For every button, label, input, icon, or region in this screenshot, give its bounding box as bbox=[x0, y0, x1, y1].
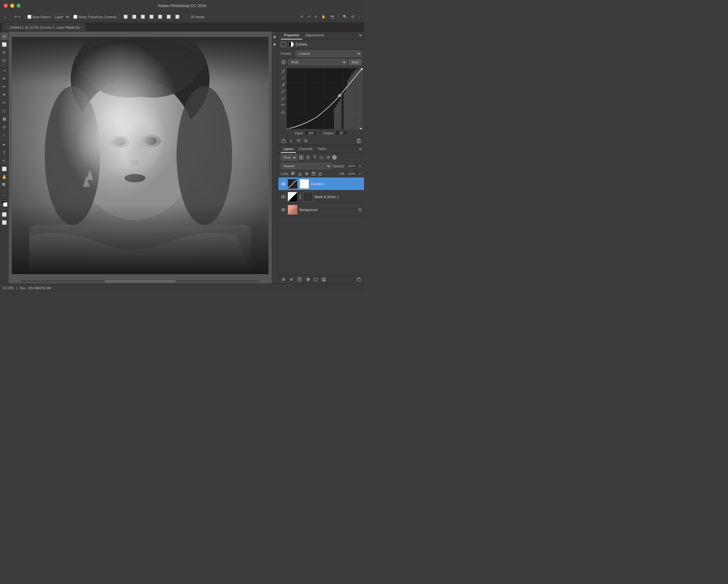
curves-svg[interactable] bbox=[286, 68, 363, 129]
filter-type-icon[interactable]: T bbox=[312, 155, 317, 160]
eraser-tool[interactable]: ◻ bbox=[1, 107, 8, 114]
curve-pencil-tool[interactable] bbox=[280, 96, 286, 101]
maximize-button[interactable] bbox=[17, 4, 21, 8]
gradient-tool[interactable]: ▦ bbox=[1, 115, 8, 122]
tab-layers[interactable]: Layers bbox=[281, 145, 296, 153]
filter-smart-icon[interactable] bbox=[326, 155, 331, 160]
align-bottom-button[interactable]: ⬜ bbox=[165, 14, 173, 20]
layer-visibility-bg[interactable] bbox=[281, 207, 286, 212]
lock-artboard-button[interactable] bbox=[311, 171, 316, 176]
align-top-button[interactable]: ⬜ bbox=[148, 14, 155, 20]
search-button[interactable]: 🔍 bbox=[341, 14, 348, 20]
auto-button[interactable]: Auto bbox=[349, 59, 362, 65]
zoom-tool[interactable]: 🔍 bbox=[1, 181, 8, 188]
transform-controls-checkbox[interactable]: Show Transform Controls bbox=[73, 15, 117, 19]
brush-tool[interactable]: ✏ bbox=[1, 83, 8, 90]
curve-alert-tool[interactable] bbox=[280, 109, 286, 115]
filter-adjustment-icon[interactable] bbox=[305, 155, 311, 160]
clip-to-layer-icon[interactable] bbox=[281, 138, 286, 144]
filter-circle-button[interactable] bbox=[332, 155, 337, 159]
layer-visibility-curves1[interactable] bbox=[281, 181, 286, 186]
target-adjust-icon[interactable] bbox=[281, 59, 286, 65]
rotate-button[interactable]: ↺ bbox=[299, 14, 305, 20]
blend-mode-select[interactable]: Normal bbox=[281, 163, 331, 169]
properties-menu-button[interactable]: ≡ bbox=[359, 33, 362, 38]
eyedropper-black-tool[interactable] bbox=[280, 68, 286, 74]
reset-icon[interactable] bbox=[296, 138, 301, 144]
path-select-tool[interactable]: ↖ bbox=[1, 157, 8, 164]
clone-tool[interactable]: ✦ bbox=[1, 91, 8, 98]
tab-close-button[interactable]: × bbox=[6, 26, 8, 29]
type-tool[interactable]: T bbox=[1, 149, 8, 156]
delete-layer-icon[interactable] bbox=[356, 277, 362, 282]
color-swatches[interactable] bbox=[1, 201, 7, 207]
auto-select-input[interactable] bbox=[27, 15, 31, 19]
document-tab[interactable]: × Untitled-1 @ 33.3% (Curves 1, Layer Ma… bbox=[2, 23, 85, 31]
new-group-icon[interactable] bbox=[313, 277, 318, 282]
align-right-button[interactable]: ⬜ bbox=[139, 14, 147, 20]
minimize-button[interactable] bbox=[10, 4, 14, 8]
shape-tool[interactable]: ⬜ bbox=[1, 165, 8, 173]
curve-smooth-tool[interactable] bbox=[280, 102, 286, 108]
workspace-button[interactable]: ⊡ bbox=[350, 14, 356, 20]
crop-tool[interactable]: ⊡ bbox=[1, 57, 8, 64]
filter-shape-icon[interactable] bbox=[319, 155, 324, 160]
output-value[interactable] bbox=[335, 131, 348, 135]
blur-tool[interactable]: ◎ bbox=[1, 123, 8, 130]
lock-transparent-button[interactable] bbox=[291, 171, 296, 176]
link-layers-icon[interactable] bbox=[281, 277, 286, 282]
channel-select[interactable]: RGB bbox=[288, 59, 347, 65]
dodge-tool[interactable]: ☼ bbox=[1, 131, 8, 138]
eyedropper-gray-tool[interactable] bbox=[280, 75, 286, 81]
scrollbar-thumb[interactable] bbox=[104, 280, 176, 282]
tab-paths[interactable]: Paths bbox=[315, 145, 329, 153]
lock-image-button[interactable] bbox=[297, 171, 303, 176]
layer-select[interactable]: Layer bbox=[52, 14, 70, 20]
heal-tool[interactable]: ✦ bbox=[1, 75, 8, 82]
add-layer-mask-icon[interactable] bbox=[297, 277, 303, 282]
distribute-button[interactable]: ⬜ bbox=[174, 14, 181, 20]
camera-button[interactable]: 📷 bbox=[329, 14, 336, 20]
kind-select[interactable]: Kind bbox=[281, 154, 297, 160]
hand-button[interactable]: ✋ bbox=[320, 14, 327, 20]
marquee-tool[interactable]: ⬜ bbox=[1, 41, 8, 48]
transform-controls-input[interactable] bbox=[73, 15, 77, 19]
move-tool[interactable]: ✛ bbox=[1, 33, 8, 40]
undo-button[interactable]: ↶ bbox=[306, 14, 312, 20]
pen-tool[interactable]: ✒ bbox=[1, 141, 8, 149]
layer-item-bw1[interactable]: Black & White 1 bbox=[278, 191, 364, 203]
lock-all-button[interactable] bbox=[318, 171, 323, 176]
layer-item-curves1[interactable]: Curves 1 bbox=[278, 177, 364, 191]
eyedropper-white-tool[interactable] bbox=[280, 82, 286, 87]
delete-adjustment-icon[interactable] bbox=[356, 138, 362, 144]
filter-pixel-icon[interactable] bbox=[298, 155, 304, 160]
hand-tool[interactable]: ✋ bbox=[1, 173, 8, 180]
share-button[interactable]: ↑ bbox=[357, 14, 362, 20]
fill-arrow-icon[interactable]: ▼ bbox=[359, 172, 362, 176]
quick-mask-button[interactable]: ⬜ bbox=[1, 211, 8, 218]
input-value[interactable] bbox=[305, 131, 317, 135]
tab-properties[interactable]: Properties bbox=[281, 31, 303, 40]
add-layer-style-icon[interactable]: fx bbox=[289, 277, 294, 282]
lock-position-button[interactable] bbox=[304, 171, 309, 176]
previous-state-icon[interactable] bbox=[288, 138, 294, 144]
layer-visibility-bw1[interactable] bbox=[281, 194, 286, 199]
home-button[interactable]: ⌂ bbox=[2, 14, 8, 20]
compass-button[interactable]: ✛ bbox=[313, 14, 319, 20]
opacity-arrow-icon[interactable]: ▼ bbox=[359, 164, 362, 168]
layers-menu-button[interactable]: ≡ bbox=[359, 147, 362, 152]
auto-select-checkbox[interactable]: Auto-Select: bbox=[27, 15, 51, 19]
screen-mode-button[interactable]: ⬜ bbox=[1, 219, 8, 226]
eyedropper-tool[interactable]: ⊸ bbox=[1, 67, 8, 74]
fill-input[interactable] bbox=[346, 171, 358, 176]
align-left-button[interactable]: ⬜ bbox=[122, 14, 129, 20]
preset-select[interactable]: Custom bbox=[296, 51, 362, 57]
tab-adjustments[interactable]: Adjustments bbox=[303, 31, 327, 40]
tab-channels[interactable]: Channels bbox=[296, 145, 315, 153]
opacity-input[interactable] bbox=[346, 163, 358, 169]
expand-panel-icon[interactable]: ▶ bbox=[272, 34, 278, 40]
new-layer-icon[interactable] bbox=[321, 277, 327, 282]
bottom-arrow[interactable]: › bbox=[54, 286, 55, 290]
layer-item-background[interactable]: Background bbox=[278, 203, 364, 216]
align-center-h-button[interactable]: ⬜ bbox=[131, 14, 138, 20]
